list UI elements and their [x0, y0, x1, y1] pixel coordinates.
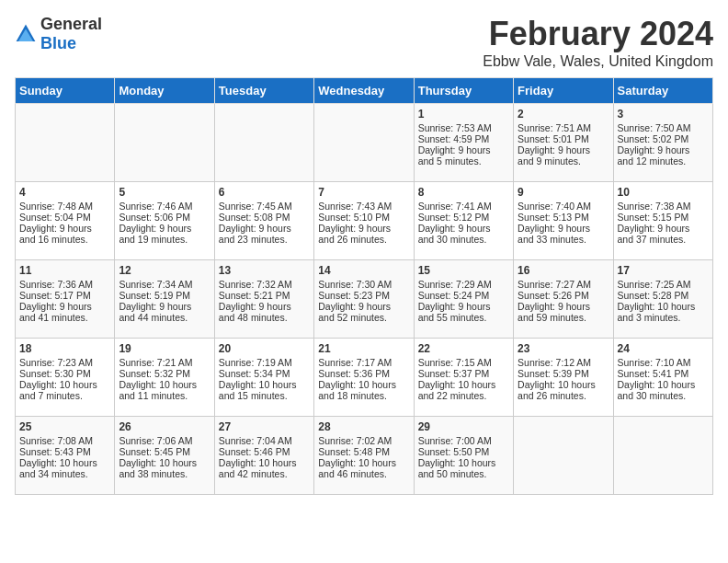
- calendar-cell: 25Sunrise: 7:08 AMSunset: 5:43 PMDayligh…: [16, 417, 115, 495]
- cell-content-line: and 48 minutes.: [219, 312, 310, 323]
- cell-content-line: Daylight: 9 hours: [19, 223, 110, 234]
- calendar-cell: 18Sunrise: 7:23 AMSunset: 5:30 PMDayligh…: [16, 339, 115, 417]
- cell-content-line: Sunset: 5:32 PM: [119, 368, 210, 379]
- calendar-cell: 7Sunrise: 7:43 AMSunset: 5:10 PMDaylight…: [314, 182, 414, 260]
- cell-content-line: and 37 minutes.: [618, 234, 709, 245]
- cell-content-line: Sunrise: 7:46 AM: [119, 201, 210, 212]
- cell-content-line: Sunset: 5:24 PM: [418, 290, 509, 301]
- cell-content-line: and 11 minutes.: [119, 390, 210, 401]
- cell-content-line: Daylight: 9 hours: [219, 223, 310, 234]
- cell-content-line: and 52 minutes.: [318, 312, 409, 323]
- cell-content-line: Daylight: 9 hours: [318, 301, 409, 312]
- cell-content-line: Sunrise: 7:43 AM: [318, 201, 409, 212]
- calendar-header-row: SundayMondayTuesdayWednesdayThursdayFrid…: [16, 78, 713, 104]
- calendar-cell: [214, 104, 313, 182]
- day-number: 21: [318, 342, 409, 355]
- calendar-cell: 27Sunrise: 7:04 AMSunset: 5:46 PMDayligh…: [214, 417, 313, 495]
- cell-content-line: Sunrise: 7:36 AM: [19, 279, 110, 290]
- cell-content-line: and 26 minutes.: [518, 390, 609, 401]
- cell-content-line: Sunrise: 7:53 AM: [418, 122, 509, 133]
- day-number: 7: [318, 186, 409, 199]
- day-number: 29: [418, 420, 509, 433]
- calendar-week-1: 1Sunrise: 7:53 AMSunset: 4:59 PMDaylight…: [16, 104, 713, 182]
- cell-content-line: Daylight: 9 hours: [418, 301, 509, 312]
- cell-content-line: Sunrise: 7:32 AM: [219, 279, 310, 290]
- cell-content-line: Sunset: 5:01 PM: [518, 133, 609, 144]
- cell-content-line: and 19 minutes.: [119, 234, 210, 245]
- calendar-cell: 9Sunrise: 7:40 AMSunset: 5:13 PMDaylight…: [514, 182, 613, 260]
- day-number: 15: [418, 264, 509, 277]
- calendar-cell: 1Sunrise: 7:53 AMSunset: 4:59 PMDaylight…: [414, 104, 513, 182]
- calendar-cell: [514, 417, 613, 495]
- cell-content-line: Sunset: 5:37 PM: [418, 368, 509, 379]
- day-number: 26: [119, 420, 210, 433]
- calendar-cell: 26Sunrise: 7:06 AMSunset: 5:45 PMDayligh…: [115, 417, 214, 495]
- calendar-cell: [115, 104, 214, 182]
- calendar-cell: 6Sunrise: 7:45 AMSunset: 5:08 PMDaylight…: [214, 182, 313, 260]
- day-number: 11: [19, 264, 110, 277]
- calendar-cell: 21Sunrise: 7:17 AMSunset: 5:36 PMDayligh…: [314, 339, 414, 417]
- cell-content-line: Daylight: 10 hours: [119, 379, 210, 390]
- header-friday: Friday: [514, 78, 613, 104]
- cell-content-line: Sunset: 5:46 PM: [219, 446, 310, 457]
- cell-content-line: Daylight: 10 hours: [318, 379, 409, 390]
- cell-content-line: Sunset: 5:34 PM: [219, 368, 310, 379]
- cell-content-line: Sunset: 5:17 PM: [19, 290, 110, 301]
- day-number: 16: [518, 264, 609, 277]
- cell-content-line: Sunrise: 7:45 AM: [219, 201, 310, 212]
- day-number: 1: [418, 108, 509, 121]
- cell-content-line: and 38 minutes.: [119, 468, 210, 479]
- cell-content-line: and 23 minutes.: [219, 234, 310, 245]
- cell-content-line: Daylight: 9 hours: [318, 223, 409, 234]
- cell-content-line: Sunrise: 7:02 AM: [318, 435, 409, 446]
- cell-content-line: Daylight: 9 hours: [418, 223, 509, 234]
- cell-content-line: and 41 minutes.: [19, 312, 110, 323]
- cell-content-line: Sunset: 5:45 PM: [119, 446, 210, 457]
- cell-content-line: Sunrise: 7:38 AM: [618, 201, 709, 212]
- day-number: 8: [418, 186, 509, 199]
- cell-content-line: Sunrise: 7:50 AM: [618, 122, 709, 133]
- logo-blue: Blue: [40, 34, 76, 52]
- calendar-cell: 5Sunrise: 7:46 AMSunset: 5:06 PMDaylight…: [115, 182, 214, 260]
- day-number: 2: [518, 108, 609, 121]
- cell-content-line: Daylight: 9 hours: [19, 301, 110, 312]
- cell-content-line: Sunrise: 7:48 AM: [19, 201, 110, 212]
- cell-content-line: Sunrise: 7:23 AM: [19, 357, 110, 368]
- cell-content-line: Daylight: 10 hours: [418, 379, 509, 390]
- cell-content-line: Daylight: 9 hours: [618, 144, 709, 155]
- day-number: 24: [618, 342, 709, 355]
- cell-content-line: Daylight: 9 hours: [119, 301, 210, 312]
- logo-general: General: [40, 15, 102, 33]
- cell-content-line: Sunrise: 7:08 AM: [19, 435, 110, 446]
- cell-content-line: Sunset: 5:41 PM: [618, 368, 709, 379]
- cell-content-line: Daylight: 9 hours: [418, 144, 509, 155]
- cell-content-line: and 33 minutes.: [518, 234, 609, 245]
- cell-content-line: Sunset: 5:48 PM: [318, 446, 409, 457]
- calendar-cell: 23Sunrise: 7:12 AMSunset: 5:39 PMDayligh…: [514, 339, 613, 417]
- calendar-cell: [613, 417, 712, 495]
- cell-content-line: Sunset: 5:28 PM: [618, 290, 709, 301]
- cell-content-line: Sunrise: 7:25 AM: [618, 279, 709, 290]
- cell-content-line: and 30 minutes.: [418, 234, 509, 245]
- calendar-table: SundayMondayTuesdayWednesdayThursdayFrid…: [15, 77, 713, 495]
- cell-content-line: Sunset: 5:50 PM: [418, 446, 509, 457]
- cell-content-line: Sunrise: 7:29 AM: [418, 279, 509, 290]
- calendar-week-3: 11Sunrise: 7:36 AMSunset: 5:17 PMDayligh…: [16, 260, 713, 339]
- calendar-cell: 17Sunrise: 7:25 AMSunset: 5:28 PMDayligh…: [613, 260, 712, 339]
- day-number: 23: [518, 342, 609, 355]
- title-section: February 2024 Ebbw Vale, Wales, United K…: [483, 15, 713, 70]
- calendar-cell: 24Sunrise: 7:10 AMSunset: 5:41 PMDayligh…: [613, 339, 712, 417]
- day-number: 22: [418, 342, 509, 355]
- cell-content-line: and 44 minutes.: [119, 312, 210, 323]
- cell-content-line: Sunrise: 7:27 AM: [518, 279, 609, 290]
- cell-content-line: Daylight: 10 hours: [119, 457, 210, 468]
- cell-content-line: Daylight: 10 hours: [618, 379, 709, 390]
- day-number: 17: [618, 264, 709, 277]
- day-number: 14: [318, 264, 409, 277]
- cell-content-line: Sunset: 5:04 PM: [19, 212, 110, 223]
- cell-content-line: Sunset: 5:43 PM: [19, 446, 110, 457]
- calendar-cell: 16Sunrise: 7:27 AMSunset: 5:26 PMDayligh…: [514, 260, 613, 339]
- cell-content-line: Sunrise: 7:51 AM: [518, 122, 609, 133]
- cell-content-line: and 5 minutes.: [418, 155, 509, 167]
- cell-content-line: Sunset: 5:23 PM: [318, 290, 409, 301]
